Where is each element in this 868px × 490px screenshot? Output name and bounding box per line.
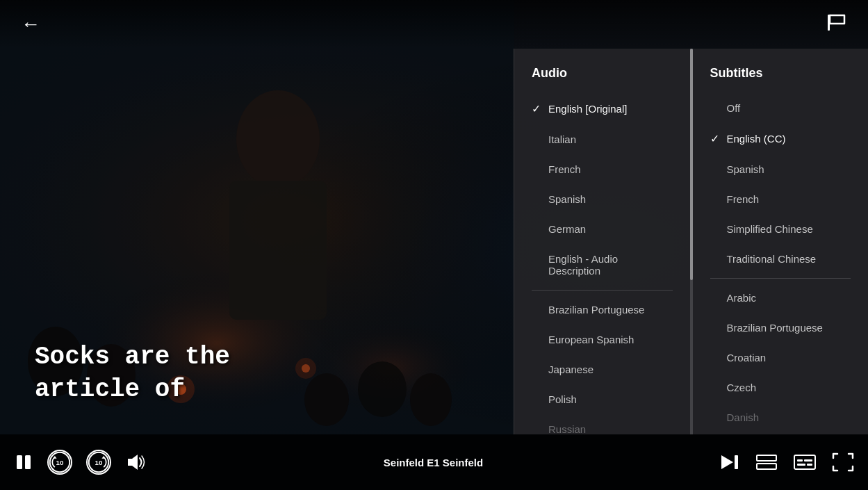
volume-button[interactable] bbox=[125, 452, 147, 472]
subtitle-item-english-cc[interactable]: ✓English (CC) bbox=[693, 123, 869, 154]
subtitle-item-label: Croatian bbox=[727, 352, 767, 364]
audio-item-french[interactable]: French bbox=[514, 154, 690, 184]
subtitle-item-label: French bbox=[727, 193, 760, 205]
audio-column: Audio✓English [Original]ItalianFrenchSpa… bbox=[514, 49, 690, 434]
audio-item-english-original[interactable]: ✓English [Original] bbox=[514, 93, 690, 124]
svg-marker-25 bbox=[721, 455, 733, 469]
audio-item-russian[interactable]: Russian bbox=[514, 414, 690, 434]
back-button[interactable]: ← bbox=[21, 13, 40, 35]
subtitles-column: SubtitlesOff✓English (CC)SpanishFrenchSi… bbox=[693, 49, 869, 434]
subtitle-divider-line bbox=[710, 278, 851, 279]
svg-point-14 bbox=[358, 361, 407, 417]
svg-rect-28 bbox=[757, 464, 776, 469]
audio-item-label: Spanish bbox=[548, 193, 586, 205]
check-icon: ✓ bbox=[532, 102, 543, 115]
subtitles-header: Subtitles bbox=[693, 63, 869, 93]
subtitle-item-label: Off bbox=[727, 102, 741, 114]
top-bar: ← bbox=[0, 0, 868, 49]
audio-item-italian[interactable]: Italian bbox=[514, 124, 690, 154]
skip-next-button[interactable] bbox=[719, 452, 740, 472]
audio-item-european-spanish[interactable]: European Spanish bbox=[514, 325, 690, 354]
subtitle-item-label: Spanish bbox=[727, 163, 764, 175]
forward-10-icon: 10 bbox=[88, 450, 110, 475]
episode-title: Seinfeld E1 Seinfeld bbox=[147, 457, 719, 468]
left-controls: 10 10 bbox=[14, 450, 147, 475]
right-controls bbox=[719, 452, 854, 472]
svg-rect-19 bbox=[25, 455, 31, 469]
bottom-bar: 10 10 Seinfeld E1 Seinfeld bbox=[0, 434, 868, 490]
audio-item-label: English [Original] bbox=[548, 103, 627, 115]
subtitle-item-arabic[interactable]: Arabic bbox=[693, 283, 869, 313]
svg-text:10: 10 bbox=[95, 459, 103, 466]
svg-rect-30 bbox=[797, 459, 803, 462]
svg-text:10: 10 bbox=[56, 459, 64, 466]
audio-subtitles-panel: Audio✓English [Original]ItalianFrenchSpa… bbox=[514, 49, 868, 434]
audio-divider-line bbox=[532, 290, 673, 291]
flag-icon bbox=[825, 13, 847, 32]
subtitle-item-label: Czech bbox=[727, 382, 757, 393]
audio-item-polish[interactable]: Polish bbox=[514, 384, 690, 414]
subtitle-item-simplified-chinese[interactable]: Simplified Chinese bbox=[693, 214, 869, 244]
svg-rect-32 bbox=[797, 464, 805, 466]
audio-item-german[interactable]: German bbox=[514, 214, 690, 244]
forward-10-button[interactable]: 10 bbox=[86, 450, 111, 475]
subtitle-item-label: Danish bbox=[727, 411, 760, 423]
audio-header: Audio bbox=[514, 63, 690, 93]
svg-point-9 bbox=[295, 358, 316, 379]
replay-10-button[interactable]: 10 bbox=[47, 450, 72, 475]
subtitle-item-spanish[interactable]: Spanish bbox=[693, 154, 869, 184]
audio-item-label: Russian bbox=[548, 423, 586, 434]
audio-item-label: Polish bbox=[548, 393, 577, 405]
audio-item-brazilian-portuguese[interactable]: Brazilian Portuguese bbox=[514, 295, 690, 325]
audio-item-label: Italian bbox=[548, 133, 576, 145]
svg-rect-11 bbox=[229, 181, 327, 320]
subtitle-item-croatian[interactable]: Croatian bbox=[693, 343, 869, 373]
flag-button[interactable] bbox=[825, 13, 847, 36]
subtitle-item-french[interactable]: French bbox=[693, 184, 869, 214]
fullscreen-icon bbox=[832, 452, 854, 472]
subtitle-item-traditional-chinese[interactable]: Traditional Chinese bbox=[693, 244, 869, 274]
audio-item-english-ad[interactable]: English - Audio Description bbox=[514, 244, 690, 286]
audio-item-label: German bbox=[548, 223, 586, 235]
subtitle-item-label: Traditional Chinese bbox=[727, 253, 817, 265]
subtitle-item-off[interactable]: Off bbox=[693, 93, 869, 123]
svg-rect-18 bbox=[17, 455, 22, 469]
subtitle-display: Socks are the article of bbox=[35, 341, 230, 407]
volume-icon bbox=[125, 452, 147, 472]
subtitle-item-czech[interactable]: Czech bbox=[693, 373, 869, 402]
svg-point-15 bbox=[410, 373, 452, 426]
episodes-icon bbox=[755, 452, 778, 472]
subtitle-item-danish[interactable]: Danish bbox=[693, 402, 869, 432]
subtitle-item-label: Arabic bbox=[727, 292, 757, 304]
pause-icon bbox=[14, 452, 33, 472]
audio-item-label: French bbox=[548, 163, 581, 175]
check-icon: ✓ bbox=[710, 132, 721, 145]
replay-10-icon: 10 bbox=[49, 450, 71, 475]
subtitle-item-label: Brazilian Portuguese bbox=[727, 322, 823, 334]
subtitle-item-brazilian-portuguese[interactable]: Brazilian Portuguese bbox=[693, 313, 869, 343]
subtitles-button[interactable] bbox=[793, 452, 817, 472]
audio-item-japanese[interactable]: Japanese bbox=[514, 354, 690, 384]
audio-item-label: European Spanish bbox=[548, 334, 634, 345]
svg-marker-24 bbox=[128, 455, 138, 470]
audio-item-label: English - Audio Description bbox=[548, 253, 673, 277]
svg-rect-33 bbox=[807, 464, 812, 466]
svg-rect-26 bbox=[735, 455, 738, 469]
subtitle-item-label: Simplified Chinese bbox=[727, 223, 813, 235]
fullscreen-button[interactable] bbox=[832, 452, 854, 472]
skip-next-icon bbox=[719, 452, 740, 472]
audio-item-label: Brazilian Portuguese bbox=[548, 304, 644, 316]
svg-rect-31 bbox=[804, 459, 812, 462]
svg-rect-27 bbox=[757, 455, 776, 461]
svg-point-16 bbox=[304, 373, 349, 426]
pause-button[interactable] bbox=[14, 452, 33, 472]
audio-item-spanish[interactable]: Spanish bbox=[514, 184, 690, 214]
svg-point-10 bbox=[236, 90, 320, 188]
episodes-button[interactable] bbox=[755, 452, 778, 472]
audio-item-label: Japanese bbox=[548, 364, 593, 375]
panel-divider bbox=[690, 49, 693, 434]
svg-rect-29 bbox=[794, 455, 815, 469]
subtitles-icon bbox=[793, 452, 817, 472]
subtitle-item-label: English (CC) bbox=[727, 133, 786, 145]
